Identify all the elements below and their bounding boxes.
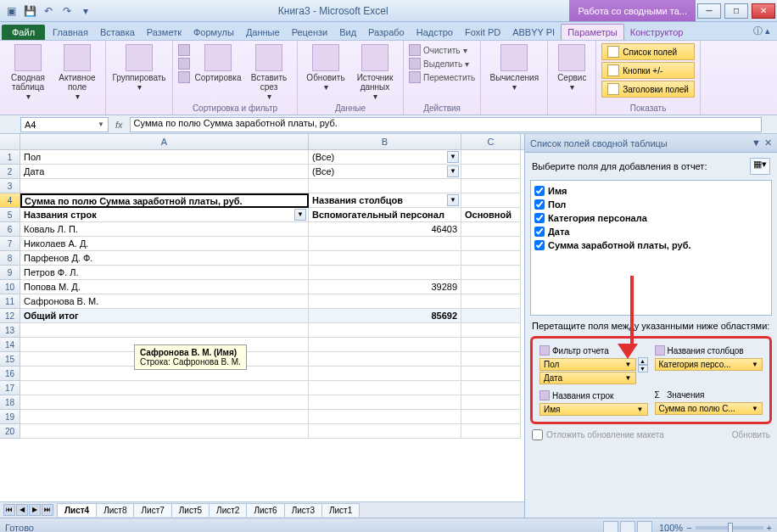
cell[interactable] (309, 395, 461, 410)
filter-item-data[interactable]: Дата▼ (539, 372, 636, 384)
cell[interactable] (309, 338, 461, 352)
row-header[interactable]: 11 (0, 294, 20, 309)
sheet-tab[interactable]: Лист4 (57, 503, 97, 517)
cell[interactable]: Основной (461, 208, 521, 222)
row-header[interactable]: 5 (0, 208, 20, 222)
cell[interactable] (461, 251, 521, 266)
tab-review[interactable]: Рецензи (286, 25, 334, 40)
field-checkbox-item[interactable]: Пол (534, 198, 768, 211)
cell[interactable] (20, 381, 309, 395)
sheet-tab[interactable]: Лист6 (246, 503, 284, 517)
row-header[interactable]: 3 (0, 179, 20, 193)
cell[interactable] (461, 352, 521, 367)
grid-row[interactable]: 8Парфенов Д. Ф. (0, 251, 524, 266)
row-header[interactable]: 12 (0, 309, 20, 323)
grid-row[interactable]: 10Попова М. Д.39289 (0, 280, 524, 294)
sort-desc-button[interactable] (178, 58, 190, 70)
cell[interactable] (309, 294, 461, 309)
file-tab[interactable]: Файл (2, 25, 45, 40)
normal-view-button[interactable] (603, 521, 618, 533)
tab-data[interactable]: Данные (240, 25, 286, 40)
cell[interactable] (461, 222, 521, 237)
cell[interactable] (461, 150, 521, 165)
grid-row[interactable]: 4Сумма по полю Сумма заработной платы, р… (0, 193, 524, 208)
column-item[interactable]: Категория персо...▼ (655, 358, 763, 371)
cell[interactable]: 85692 (309, 309, 461, 323)
redo-icon[interactable]: ↷ (59, 3, 75, 19)
field-checkbox-item[interactable]: Имя (534, 184, 768, 198)
cell[interactable]: Попова М. Д. (20, 280, 309, 294)
qat-dropdown-icon[interactable]: ▾ (78, 3, 93, 19)
sheet-tab[interactable]: Лист5 (171, 503, 210, 517)
close-button[interactable]: ✕ (752, 3, 775, 19)
cell[interactable] (461, 280, 521, 294)
cell[interactable]: Николаев А. Д. (20, 237, 309, 251)
sheet-nav-prev[interactable]: ◀ (16, 504, 28, 516)
grid-row[interactable]: 7Николаев А. Д. (0, 237, 524, 251)
tab-insert[interactable]: Вставка (94, 25, 141, 40)
cell[interactable] (309, 367, 461, 381)
zoom-out-button[interactable]: − (686, 523, 691, 533)
row-header[interactable]: 9 (0, 266, 20, 280)
sheet-nav-first[interactable]: ⏮ (3, 504, 15, 516)
row-header[interactable]: 17 (0, 381, 20, 395)
col-header-c[interactable]: C (461, 134, 521, 149)
grid-row[interactable]: 16 (0, 367, 524, 381)
grid-row[interactable]: 12Общий итог85692 (0, 309, 524, 323)
cell[interactable] (20, 179, 309, 193)
grid-row[interactable]: 1Пол(Все)▼ (0, 150, 524, 165)
cell[interactable] (461, 193, 521, 208)
group-button[interactable]: Группировать ▾ (111, 42, 167, 93)
sort-asc-button[interactable] (178, 44, 190, 56)
cell[interactable] (461, 294, 521, 309)
row-header[interactable]: 13 (0, 323, 20, 338)
row-header[interactable]: 18 (0, 395, 20, 410)
filter-dropdown-icon[interactable]: ▼ (447, 194, 459, 206)
cell[interactable] (461, 424, 521, 439)
zoom-slider[interactable] (696, 526, 763, 529)
cell[interactable]: (Все)▼ (309, 165, 461, 179)
sort-dialog-button[interactable] (178, 71, 190, 83)
pane-dropdown-icon[interactable]: ▼ (752, 137, 761, 148)
cell[interactable]: 46403 (309, 222, 461, 237)
field-checkbox-item[interactable]: Дата (534, 225, 768, 238)
field-list[interactable]: ИмяПолКатегория персоналаДатаСумма зараб… (530, 180, 772, 316)
grid-row[interactable]: 11Сафронова В. М. (0, 294, 524, 309)
row-header[interactable]: 10 (0, 280, 20, 294)
grid-row[interactable]: 6Коваль Л. П.46403 (0, 222, 524, 237)
cell[interactable] (461, 237, 521, 251)
grid-row[interactable]: 3 (0, 179, 524, 193)
grid-row[interactable]: 19 (0, 410, 524, 424)
col-header-a[interactable]: A (20, 134, 309, 149)
grid-row[interactable]: 17 (0, 381, 524, 395)
filter-item-pol[interactable]: Пол▼ (539, 358, 636, 371)
field-checkbox-item[interactable]: Категория персонала (534, 211, 768, 225)
grid-row[interactable]: 18 (0, 395, 524, 410)
undo-icon[interactable]: ↶ (41, 3, 56, 19)
chevron-down-icon[interactable]: ▼ (98, 120, 104, 128)
filter-dropdown-icon[interactable]: ▼ (294, 209, 306, 221)
maximize-button[interactable]: □ (724, 3, 748, 19)
row-header[interactable]: 8 (0, 251, 20, 266)
grid-row[interactable]: 15 (0, 352, 524, 367)
tab-abbyy[interactable]: ABBYY PI (506, 25, 561, 40)
cell[interactable] (309, 381, 461, 395)
fx-icon[interactable]: fx (109, 120, 130, 130)
cell[interactable] (20, 424, 309, 439)
cell[interactable]: Сумма по полю Сумма заработной платы, ру… (20, 193, 309, 208)
cell[interactable]: (Все)▼ (309, 150, 461, 165)
cell[interactable] (309, 424, 461, 439)
formula-input[interactable]: Сумма по полю Сумма заработной платы, ру… (130, 117, 762, 132)
cell[interactable] (461, 179, 521, 193)
row-header[interactable]: 4 (0, 193, 20, 208)
worksheet-grid[interactable]: A B C 1Пол(Все)▼2Дата(Все)▼34Сумма по по… (0, 134, 524, 518)
grid-row[interactable]: 9Петров Ф. Л. (0, 266, 524, 280)
headers-toggle[interactable]: Заголовки полей (601, 81, 695, 98)
cell[interactable]: Вспомогательный персонал (309, 208, 461, 222)
cell[interactable]: Пол (20, 150, 309, 165)
grid-row[interactable]: 20 (0, 424, 524, 439)
move-button[interactable]: Переместить (409, 71, 475, 83)
defer-update-checkbox[interactable] (532, 429, 543, 440)
row-header[interactable]: 16 (0, 367, 20, 381)
sheet-nav-last[interactable]: ⏭ (42, 504, 53, 516)
